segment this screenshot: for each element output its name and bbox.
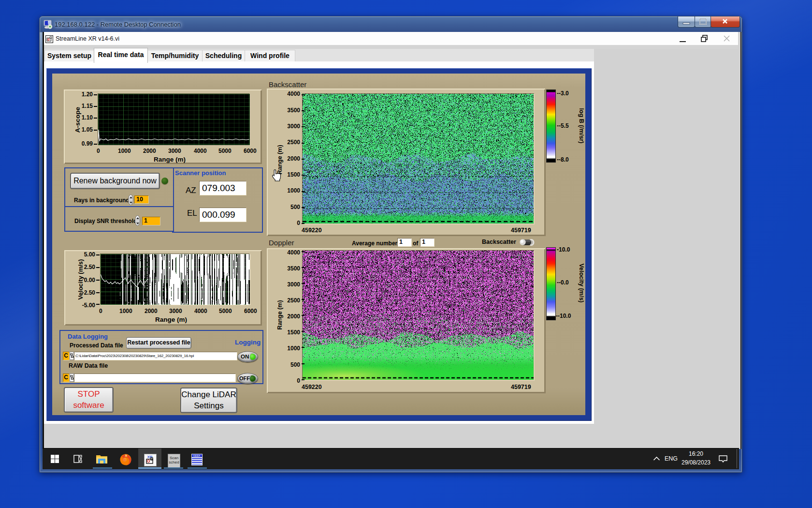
svg-text:GEEK: GEEK [193,454,201,457]
svg-text:XR: XR [147,455,152,459]
